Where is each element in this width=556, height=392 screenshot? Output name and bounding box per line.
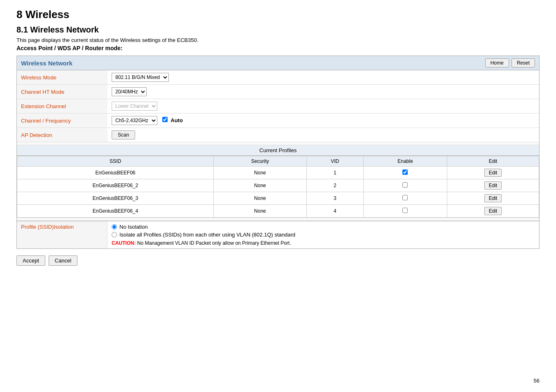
profiles-header-row: SSID Security VID Enable Edit	[17, 156, 539, 167]
isolation-option2-row: Isolate all Profiles (SSIDs) from each o…	[112, 232, 535, 238]
profile-security-3: None	[214, 192, 306, 205]
profile-enable-3	[363, 192, 447, 205]
profiles-divider	[17, 218, 539, 221]
profile-enable-checkbox-2[interactable]	[402, 182, 408, 188]
ap-detection-label: AP Detection	[17, 128, 107, 142]
profiles-table: SSID Security VID Enable Edit EnGeniusBE…	[17, 156, 539, 218]
profile-ssid-2: EnGeniusBEEF06_2	[17, 179, 214, 192]
panel-title: Wireless Network	[21, 60, 72, 67]
reset-button[interactable]: Reset	[512, 58, 535, 67]
col-vid: VID	[306, 156, 363, 167]
channel-freq-select[interactable]: Ch5-2.432GHz	[112, 116, 157, 125]
profile-ssid-3: EnGeniusBEEF06_3	[17, 192, 214, 205]
access-point-label: Access Point / WDS AP / Router mode:	[16, 45, 540, 51]
col-ssid: SSID	[17, 156, 214, 167]
profile-ssid-4: EnGeniusBEEF06_4	[17, 205, 214, 218]
home-button[interactable]: Home	[485, 58, 509, 67]
profile-row-2: EnGeniusBEEF06_2 None 2 Edit	[17, 179, 539, 192]
wireless-network-panel: Wireless Network Home Reset Wireless Mod…	[16, 56, 540, 249]
profile-row-4: EnGeniusBEEF06_4 None 4 Edit	[17, 205, 539, 218]
channel-freq-value: Ch5-2.432GHz Auto	[107, 114, 539, 128]
profile-edit-4: Edit	[447, 205, 539, 218]
ap-detection-value: Scan	[107, 128, 539, 142]
wireless-mode-value: 802.11 B/G/N Mixed	[107, 70, 539, 85]
profile-edit-1: Edit	[447, 167, 539, 179]
profile-edit-btn-1[interactable]: Edit	[484, 169, 502, 177]
profile-edit-btn-4[interactable]: Edit	[484, 207, 502, 215]
footer-buttons: Accept Cancel	[16, 255, 540, 266]
profile-vid-4: 4	[306, 205, 363, 218]
isolation-radio-1[interactable]	[112, 224, 117, 230]
auto-label: Auto	[171, 117, 183, 123]
profile-vid-2: 2	[306, 179, 363, 192]
profile-security-1: None	[214, 167, 306, 179]
channel-freq-label: Channel / Frequency	[17, 114, 107, 128]
wireless-mode-label: Wireless Mode	[17, 70, 107, 85]
extension-channel-select[interactable]: Lower Channel	[112, 102, 157, 111]
section-divider	[17, 142, 539, 145]
isolation-option2-label: Isolate all Profiles (SSIDs) from each o…	[119, 232, 295, 238]
profile-row-3: EnGeniusBEEF06_3 None 3 Edit	[17, 192, 539, 205]
extension-channel-label: Extension Channel	[17, 99, 107, 114]
channel-ht-value: 20/40MHz	[107, 85, 539, 99]
profile-enable-checkbox-1[interactable]	[402, 169, 408, 175]
profile-enable-1	[363, 167, 447, 179]
channel-ht-select[interactable]: 20/40MHz	[112, 87, 147, 96]
profile-enable-2	[363, 179, 447, 192]
intro-text: This page displays the current status of…	[16, 37, 540, 43]
extension-channel-value: Lower Channel	[107, 99, 539, 114]
isolation-section: Profile (SSID)Isolation No Isolation Iso…	[17, 221, 539, 248]
profile-enable-checkbox-3[interactable]	[402, 195, 408, 200]
profile-security-2: None	[214, 179, 306, 192]
auto-checkbox[interactable]	[162, 117, 168, 122]
chapter-title: 8 Wireless	[16, 8, 540, 21]
isolation-options: No Isolation Isolate all Profiles (SSIDs…	[107, 221, 539, 248]
col-enable: Enable	[363, 156, 447, 167]
extension-channel-row: Extension Channel Lower Channel	[17, 99, 539, 114]
profile-enable-checkbox-4[interactable]	[402, 208, 408, 213]
profile-vid-1: 1	[306, 167, 363, 179]
profile-edit-2: Edit	[447, 179, 539, 192]
col-edit: Edit	[447, 156, 539, 167]
caution-keyword: CAUTION:	[112, 240, 136, 246]
col-security: Security	[214, 156, 306, 167]
caution-row: CAUTION: No Management VLAN ID Packet on…	[112, 240, 535, 246]
wireless-mode-row: Wireless Mode 802.11 B/G/N Mixed	[17, 70, 539, 85]
cancel-button[interactable]: Cancel	[49, 255, 77, 266]
accept-button[interactable]: Accept	[16, 255, 45, 266]
panel-header: Wireless Network Home Reset	[17, 56, 539, 70]
profiles-title: Current Profiles	[17, 145, 539, 156]
caution-message: No Management VLAN ID Packet only allow …	[137, 240, 291, 246]
isolation-option1-label: No Isolation	[119, 224, 148, 230]
channel-ht-row: Channel HT Mode 20/40MHz	[17, 85, 539, 99]
wireless-mode-select[interactable]: 802.11 B/G/N Mixed	[112, 73, 169, 82]
section-title: 8.1 Wireless Network	[16, 25, 540, 35]
profile-enable-4	[363, 205, 447, 218]
channel-ht-label: Channel HT Mode	[17, 85, 107, 99]
channel-freq-row: Channel / Frequency Ch5-2.432GHz Auto	[17, 114, 539, 128]
profile-edit-btn-2[interactable]: Edit	[484, 181, 502, 190]
isolation-option1-row: No Isolation	[112, 224, 535, 230]
isolation-radio-2[interactable]	[112, 232, 117, 237]
ap-detection-row: AP Detection Scan	[17, 128, 539, 142]
profile-edit-btn-3[interactable]: Edit	[484, 194, 502, 202]
scan-button[interactable]: Scan	[112, 130, 135, 139]
profile-security-4: None	[214, 205, 306, 218]
isolation-label: Profile (SSID)Isolation	[17, 221, 107, 248]
profile-vid-3: 3	[306, 192, 363, 205]
profile-ssid-1: EnGeniusBEEF06	[17, 167, 214, 179]
profile-row-1: EnGeniusBEEF06 None 1 Edit	[17, 167, 539, 179]
panel-header-buttons: Home Reset	[485, 58, 535, 67]
profile-edit-3: Edit	[447, 192, 539, 205]
settings-table: Wireless Mode 802.11 B/G/N Mixed Channel…	[17, 70, 539, 142]
